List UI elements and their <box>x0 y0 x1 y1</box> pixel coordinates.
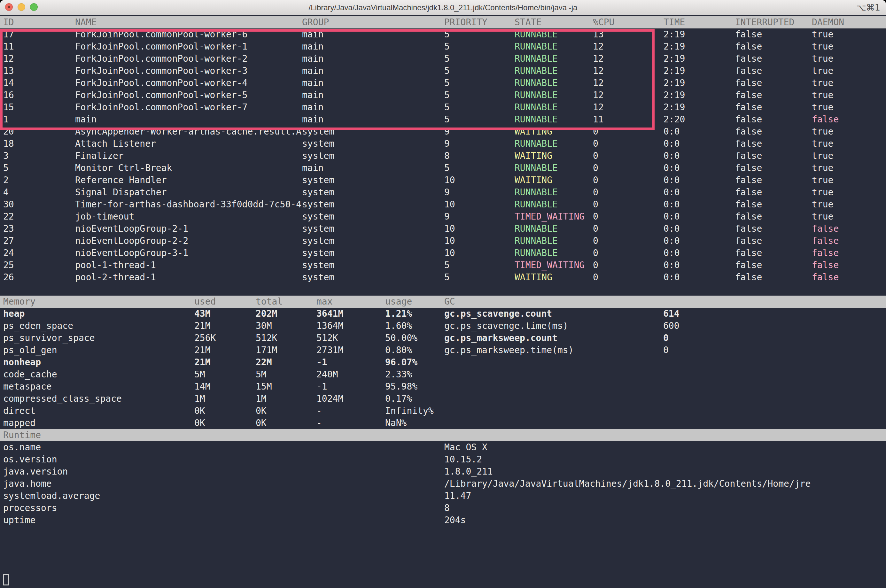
col-header-priority: PRIORITY <box>444 16 487 28</box>
runtime-table: Runtime os.nameMac OS Xos.version10.15.2… <box>0 429 886 526</box>
cell-gc-value: 0 <box>663 332 669 344</box>
cell-state: RUNNABLE <box>515 235 558 247</box>
col-header-cpu: %CPU <box>593 16 614 28</box>
table-row: gc.ps_marksweep.count0 <box>0 332 886 344</box>
cell-usage: Infinity% <box>385 405 434 417</box>
cell-cpu: 12 <box>593 89 604 101</box>
cell-group: system <box>302 186 334 198</box>
cell-gc-value: 614 <box>663 308 680 320</box>
cell-interrupted: false <box>735 259 762 271</box>
cell-gc-label: gc.ps_marksweep.time(ms) <box>444 344 574 356</box>
terminal-screen[interactable]: ID NAME GROUP PRIORITY STATE %CPU TIME I… <box>0 15 886 588</box>
cell-interrupted: false <box>735 101 762 114</box>
cell-state: RUNNABLE <box>515 89 558 101</box>
gc-rows: gc.ps_scavenge.count614gc.ps_scavenge.ti… <box>0 308 886 356</box>
col-header-id: ID <box>3 16 14 28</box>
cell-name: AsyncAppender-Worker-arthas-cache.result… <box>75 126 302 138</box>
cell-state: RUNNABLE <box>515 186 558 198</box>
cell-daemon: true <box>812 77 833 89</box>
cell-name: main <box>75 114 96 126</box>
cell-id: 20 <box>3 126 14 138</box>
cell-name: ForkJoinPool.commonPool-worker-5 <box>75 89 248 101</box>
cell-group: system <box>302 126 334 138</box>
cell-group: system <box>302 247 334 259</box>
cell-daemon: true <box>812 162 833 174</box>
cell-priority: 9 <box>444 186 450 198</box>
table-row: processors8 <box>0 502 886 514</box>
cell-interrupted: false <box>735 186 762 198</box>
cell-interrupted: false <box>735 174 762 186</box>
table-row: 4Signal Dispatchersystem9RUNNABLE00:0fal… <box>0 186 886 198</box>
col-header-usage: usage <box>385 296 412 308</box>
cell-priority: 5 <box>444 28 450 40</box>
cell-state: RUNNABLE <box>515 198 558 211</box>
cell-total: 5M <box>256 369 267 381</box>
table-row: os.version10.15.2 <box>0 453 886 466</box>
cell-group: system <box>302 223 334 235</box>
cell-gc-label: gc.ps_scavenge.count <box>444 308 552 320</box>
cell-time: 0:0 <box>664 198 680 211</box>
table-row: 2Reference Handlersystem10WAITING00:0fal… <box>0 174 886 186</box>
cell-used: 0K <box>194 405 205 417</box>
cell-cpu: 0 <box>593 186 598 198</box>
cell-memory-label: nonheap <box>3 356 41 369</box>
cell-usage: 2.33% <box>385 369 412 381</box>
table-row: os.nameMac OS X <box>0 441 886 453</box>
cell-cpu: 0 <box>593 223 598 235</box>
cell-priority: 8 <box>444 150 450 162</box>
cell-state: RUNNABLE <box>515 138 558 150</box>
table-row: 16ForkJoinPool.commonPool-worker-5main5R… <box>0 89 886 101</box>
cell-cpu: 0 <box>593 259 598 271</box>
cell-cpu: 0 <box>593 150 598 162</box>
cell-time: 2:20 <box>664 114 685 126</box>
cell-daemon: false <box>812 271 839 284</box>
cell-interrupted: false <box>735 126 762 138</box>
cell-daemon: false <box>812 259 839 271</box>
table-row: 1mainmain5RUNNABLE112:20falsefalse <box>0 114 886 126</box>
cell-cpu: 12 <box>593 77 604 89</box>
cell-cpu: 12 <box>593 40 604 53</box>
cell-runtime-value: 10.15.2 <box>444 453 482 466</box>
col-header-gc: GC <box>444 296 455 308</box>
thread-rows: 17ForkJoinPool.commonPool-worker-6main5R… <box>0 28 886 284</box>
cell-daemon: true <box>812 198 833 211</box>
cell-group: main <box>302 77 323 89</box>
cell-state: RUNNABLE <box>515 247 558 259</box>
table-row: gc.ps_scavenge.time(ms)600 <box>0 320 886 332</box>
cell-priority: 10 <box>444 223 455 235</box>
col-header-memory: Memory <box>3 296 36 308</box>
table-row: 18Attach Listenersystem9RUNNABLE00:0fals… <box>0 138 886 150</box>
table-row: java.home/Library/Java/JavaVirtualMachin… <box>0 478 886 490</box>
cell-cpu: 0 <box>593 174 598 186</box>
table-row: 12ForkJoinPool.commonPool-worker-2main5R… <box>0 53 886 65</box>
cell-cpu: 0 <box>593 211 598 223</box>
table-row: 30Timer-for-arthas-dashboard-33f0d0dd-7c… <box>0 198 886 211</box>
cell-cpu: 11 <box>593 114 604 126</box>
cell-name: Monitor Ctrl-Break <box>75 162 172 174</box>
cell-interrupted: false <box>735 162 762 174</box>
cell-max: 240M <box>317 369 338 381</box>
table-row: 27nioEventLoopGroup-2-2system10RUNNABLE0… <box>0 235 886 247</box>
cell-time: 2:19 <box>664 89 685 101</box>
cell-max: 1024M <box>317 393 343 405</box>
cell-state: WAITING <box>515 150 552 162</box>
cell-daemon: true <box>812 186 833 198</box>
cell-interrupted: false <box>735 138 762 150</box>
table-row: 20AsyncAppender-Worker-arthas-cache.resu… <box>0 126 886 138</box>
cell-priority: 5 <box>444 65 450 77</box>
cell-priority: 10 <box>444 198 455 211</box>
cell-runtime-key: java.version <box>3 466 68 478</box>
table-row: direct0K0K-Infinity% <box>0 405 886 417</box>
cell-daemon: true <box>812 126 833 138</box>
cell-id: 2 <box>3 174 9 186</box>
cell-runtime-key: processors <box>3 502 57 514</box>
cell-id: 25 <box>3 259 14 271</box>
runtime-rows: os.nameMac OS Xos.version10.15.2java.ver… <box>0 441 886 526</box>
cell-cpu: 13 <box>593 28 604 40</box>
table-row: 11ForkJoinPool.commonPool-worker-1main5R… <box>0 40 886 53</box>
cell-daemon: true <box>812 53 833 65</box>
cell-name: nioEventLoopGroup-3-1 <box>75 247 188 259</box>
cell-time: 0:0 <box>664 235 680 247</box>
cell-name: ForkJoinPool.commonPool-worker-3 <box>75 65 248 77</box>
cell-group: main <box>302 40 323 53</box>
